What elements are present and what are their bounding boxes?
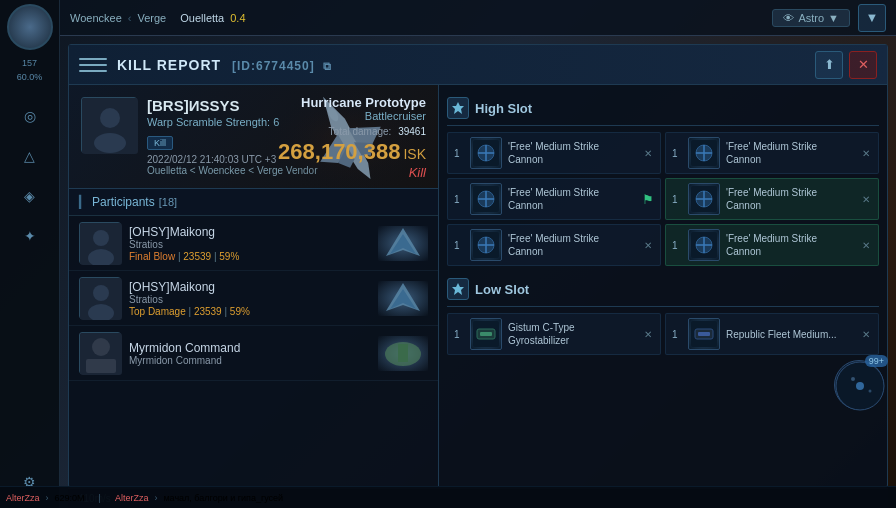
copy-icon[interactable]: ⧉ [323, 60, 332, 72]
item-name: 'Free' Medium Strike Cannon [508, 186, 634, 212]
low-slot-icon [447, 278, 469, 300]
ship-class: Battlecruiser [278, 110, 426, 122]
main-panel: KILL REPORT [ID:6774450] ⧉ ⬆ ✕ [68, 44, 888, 488]
chat-bar: AlterZza › 629:0M | AlterZza › мачал, ба… [0, 486, 896, 508]
panel-actions: ⬆ ✕ [815, 51, 877, 79]
item-qty: 1 [454, 240, 464, 251]
filter-icon[interactable]: ▼ [858, 4, 886, 32]
participant-name: [OHSY]Maikong [129, 225, 370, 239]
item-row[interactable]: 1 'Free' Medium Strike Cannon ✕ [665, 132, 879, 174]
item-icon [688, 318, 720, 350]
participant-name: Myrmidon Command [129, 341, 370, 355]
item-row[interactable]: 1 Gistum C-Type Gyrostabilizer ✕ [447, 313, 661, 355]
close-icon[interactable]: ✕ [642, 238, 654, 253]
menu-button[interactable] [79, 51, 107, 79]
participant-ship: Stratios [129, 239, 370, 250]
participant-name: [OHSY]Maikong [129, 280, 370, 294]
chat-msg-1: 629:0M [55, 493, 85, 503]
item-row[interactable]: 1 Republic Fleet Medium... ✕ [665, 313, 879, 355]
chat-user-2: AlterZza [115, 493, 149, 503]
avatar[interactable] [7, 4, 53, 50]
list-item[interactable]: [OHSY]Maikong Stratios Top Damage | 2353… [69, 271, 438, 326]
item-row[interactable]: 1 'Free' Medium Strike Cannon ✕ [665, 224, 879, 266]
item-icon [470, 229, 502, 261]
map-button[interactable]: 👁 Astro ▼ [772, 9, 850, 27]
export-button[interactable]: ⬆ [815, 51, 843, 79]
svg-marker-25 [452, 102, 464, 114]
content-area: [BRS]ИSSYS Warp Scramble Strength: 6 Kil… [69, 85, 887, 487]
close-icon[interactable]: ✕ [642, 146, 654, 161]
close-icon[interactable]: ✕ [860, 192, 872, 207]
participant-ship-img [378, 226, 428, 261]
top-bar-actions: 👁 Astro ▼ ▼ [772, 4, 886, 32]
slot-header: Low Slot [447, 274, 879, 307]
kill-badge: Kill [147, 136, 173, 150]
chevron-down-icon: ▼ [828, 12, 839, 24]
svg-rect-24 [398, 344, 408, 362]
participants-list: [OHSY]Maikong Stratios Final Blow | 2353… [69, 216, 438, 487]
item-qty: 1 [454, 194, 464, 205]
sidebar-nav-icon[interactable]: ◎ [12, 98, 48, 134]
item-row[interactable]: 1 'Free' Medium Strike Cannon ✕ [665, 178, 879, 220]
close-icon[interactable]: ✕ [860, 327, 872, 342]
character-name: Ouelletta [180, 12, 224, 24]
low-slot-section: Low Slot 1 Gistum C-Type Gyr [447, 274, 879, 355]
panel-header: KILL REPORT [ID:6774450] ⧉ ⬆ ✕ [69, 45, 887, 85]
username: Woenckee [70, 12, 122, 24]
item-row[interactable]: 1 'Free' Medium Strike Cannon ⚑ [447, 178, 661, 220]
close-button[interactable]: ✕ [849, 51, 877, 79]
item-row[interactable]: 1 'Free' Medium Strike Cannon ✕ [447, 132, 661, 174]
participant-avatar [79, 277, 121, 319]
participant-ship: Stratios [129, 294, 370, 305]
slot-header: High Slot [447, 93, 879, 126]
participant-avatar [79, 222, 121, 264]
item-name: 'Free' Medium Strike Cannon [726, 186, 854, 212]
item-name: 'Free' Medium Strike Cannon [508, 140, 636, 166]
close-icon[interactable]: ✕ [860, 146, 872, 161]
svg-point-16 [93, 285, 109, 301]
participant-ship-img [378, 336, 428, 371]
high-slot-title: High Slot [475, 101, 532, 116]
svg-point-21 [92, 338, 110, 356]
svg-marker-50 [452, 283, 464, 295]
item-qty: 1 [672, 194, 682, 205]
isk-label: ISK [403, 146, 426, 162]
right-column: High Slot 1 [439, 85, 887, 487]
hamburger-line [79, 70, 107, 72]
participants-title: ▎ Participants [18] [79, 195, 428, 209]
svg-rect-22 [86, 359, 116, 373]
participant-avatar [79, 332, 121, 374]
participant-stats: Top Damage | 23539 | 59% [129, 306, 370, 317]
item-icon [688, 137, 720, 169]
chat-user-1: AlterZza [6, 493, 40, 503]
eye-icon: 👁 [783, 12, 794, 24]
item-name: 'Free' Medium Strike Cannon [508, 232, 636, 258]
panel-title: KILL REPORT [ID:6774450] ⧉ [117, 57, 805, 73]
sidebar-info-icon[interactable]: ◈ [12, 178, 48, 214]
item-name: 'Free' Medium Strike Cannon [726, 232, 854, 258]
stat-2: 60.0% [17, 72, 43, 82]
kill-type: Kill [278, 165, 426, 180]
damage-label: Total damage: 39461 [278, 126, 426, 137]
sidebar-map-icon[interactable]: △ [12, 138, 48, 174]
separator: ‹ [128, 12, 132, 24]
close-icon[interactable]: ✕ [642, 327, 654, 342]
top-bar-info: Woenckee ‹ Verge Ouelletta 0.4 [70, 12, 246, 24]
kill-info: [BRS]ИSSYS Warp Scramble Strength: 6 Kil… [69, 85, 438, 189]
sidebar-chat-icon[interactable]: ✦ [12, 218, 48, 254]
low-slot-title: Low Slot [475, 282, 529, 297]
stat-1: 157 [22, 58, 37, 68]
minimap[interactable] [834, 360, 884, 410]
item-name: Gistum C-Type Gyrostabilizer [508, 321, 636, 347]
system: Verge [137, 12, 166, 24]
close-icon[interactable]: ✕ [860, 238, 872, 253]
participant-ship: Myrmidon Command [129, 355, 370, 366]
svg-point-60 [869, 390, 872, 393]
item-name: 'Free' Medium Strike Cannon [726, 140, 854, 166]
item-row[interactable]: 1 'Free' Medium Strike Cannon ✕ [447, 224, 661, 266]
high-slot-section: High Slot 1 [447, 93, 879, 266]
list-item[interactable]: [OHSY]Maikong Stratios Final Blow | 2353… [69, 216, 438, 271]
security-status: 0.4 [230, 12, 245, 24]
list-item[interactable]: Myrmidon Command Myrmidon Command [69, 326, 438, 381]
svg-point-11 [93, 230, 109, 246]
